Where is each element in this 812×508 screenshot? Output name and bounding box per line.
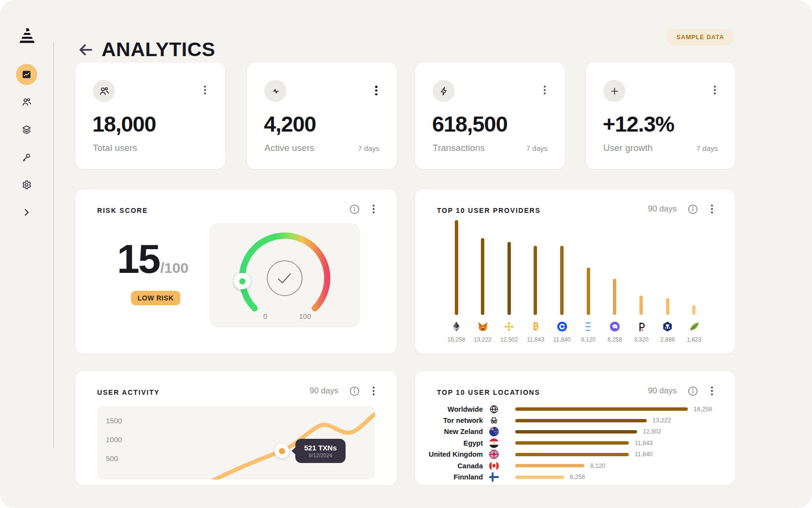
provider-column-ethereum[interactable]: 16,258 (445, 220, 467, 343)
location-row-canada: Canada8,120 (415, 460, 735, 471)
layers-icon (21, 124, 32, 135)
info-icon[interactable] (687, 386, 698, 397)
stat-card-total-users: 18,000Total users (75, 62, 226, 169)
provider-bar-track (613, 220, 616, 315)
top-providers-controls: 90 days (648, 203, 715, 215)
kebab-menu-icon[interactable] (709, 203, 715, 215)
provider-column-metamask[interactable]: 13,222 (472, 220, 494, 343)
location-value: 11,843 (635, 440, 652, 447)
sidebar-item-keys[interactable] (16, 147, 37, 168)
location-bar (515, 441, 629, 445)
location-row-finnland: Finnland6,258 (415, 471, 735, 482)
kebab-menu-icon[interactable] (709, 385, 715, 397)
provider-value: 6,258 (608, 336, 622, 343)
sidebar-item-settings[interactable] (16, 174, 37, 195)
risk-score-controls (349, 203, 377, 215)
provider-column-phantom[interactable]: 6,258 (604, 220, 626, 343)
sample-data-button[interactable]: SAMPLE DATA (667, 29, 734, 45)
provider-bar (666, 298, 669, 315)
kebab-menu-icon[interactable] (542, 84, 548, 96)
activity-line-chart[interactable]: 15001000500 521 TXNs 9/12/2024 (97, 406, 375, 479)
risk-gauge (229, 224, 340, 321)
location-label: Finnland (415, 473, 483, 481)
location-bar (515, 476, 564, 479)
sidebar (0, 0, 53, 508)
stat-card-transactions: 618,500Transactions7 days (415, 62, 566, 169)
binance-icon (503, 321, 515, 332)
location-bar (515, 419, 647, 422)
polkadot-icon (636, 321, 647, 332)
period-label: 90 days (648, 386, 677, 396)
gauge-min-label: 0 (260, 312, 271, 320)
kebab-menu-icon[interactable] (371, 385, 377, 397)
provider-column-polkadot[interactable]: 3,320 (630, 220, 652, 343)
back-arrow-icon[interactable] (77, 42, 94, 58)
providers-bar-chart: 16,25813,22212,50211,84311,8408,1206,258… (445, 220, 705, 343)
kebab-menu-icon[interactable] (371, 203, 377, 215)
analytics-dashboard: ANALYTICS SAMPLE DATA 18,000Total users4… (0, 0, 812, 508)
plus-icon (609, 86, 620, 97)
key-icon (21, 152, 32, 163)
provider-bar-track (560, 220, 564, 315)
info-icon[interactable] (349, 386, 360, 397)
egypt-flag-icon (489, 438, 499, 448)
chevron-right-icon (21, 207, 32, 218)
canada-flag-icon (489, 461, 499, 471)
provider-bar (639, 296, 643, 315)
sidebar-item-expand[interactable] (16, 202, 37, 223)
sidebar-item-users[interactable] (16, 91, 37, 113)
kebab-menu-icon[interactable] (373, 84, 379, 97)
metamask-icon (477, 321, 489, 332)
provider-column-solana[interactable]: 8,120 (577, 220, 599, 343)
stat-icon-circle (433, 80, 455, 102)
activity-icon (270, 86, 281, 97)
stat-value: 618,500 (432, 112, 508, 137)
globe-icon (489, 404, 499, 414)
stat-value: 4,200 (264, 112, 316, 137)
period-label: 90 days (309, 386, 338, 396)
provider-column-bitcoin[interactable]: 11,843 (524, 220, 547, 343)
sidebar-nav (0, 64, 53, 223)
check-icon (278, 274, 290, 283)
sidebar-item-layers[interactable] (16, 119, 37, 140)
top-providers-title: TOP 10 USER PROVIDERS (437, 207, 541, 214)
sidebar-item-analytics[interactable] (16, 64, 37, 85)
lightning-icon (438, 86, 450, 97)
provider-column-coinbase[interactable]: 11,840 (551, 220, 573, 343)
location-bar (515, 453, 629, 456)
location-row-united-kingdom: United Kingdom11,840 (415, 449, 735, 460)
low-risk-badge: LOW RISK (131, 291, 180, 305)
bitfinex-icon (688, 321, 700, 332)
location-value: 13,222 (652, 417, 671, 424)
provider-value: 8,120 (581, 336, 595, 343)
locations-bar-chart: Worldwide16,258Tor network13,222New Zela… (415, 403, 735, 483)
phantom-icon (609, 321, 621, 332)
provider-value: 2,886 (660, 336, 675, 343)
provider-column-bitfinex[interactable]: 1,623 (683, 220, 705, 343)
provider-column-crypto-com[interactable]: 2,886 (656, 220, 679, 343)
provider-column-binance[interactable]: 12,502 (498, 220, 520, 343)
stat-label: Active users (264, 143, 314, 153)
new-zealand-flag-icon (489, 427, 499, 436)
info-icon[interactable] (349, 204, 360, 215)
info-icon[interactable] (687, 204, 698, 215)
location-row-tor-network: Tor network13,222 (415, 415, 735, 426)
provider-bar-track (666, 220, 669, 315)
gauge-max-label: 100 (296, 312, 314, 320)
location-label: Egypt (415, 439, 483, 447)
provider-bar (534, 246, 537, 315)
cryptocom-icon (662, 321, 673, 332)
stat-label: User growth (603, 143, 652, 153)
location-bar (515, 407, 688, 411)
location-bar (515, 430, 637, 433)
provider-bar (455, 220, 458, 315)
kebab-menu-icon[interactable] (202, 84, 208, 96)
user-activity-title: USER ACTIVITY (97, 388, 160, 396)
provider-value: 11,843 (527, 336, 544, 343)
location-label: New Zeland (415, 428, 483, 435)
kebab-menu-icon[interactable] (712, 84, 718, 96)
finland-flag-icon (489, 472, 499, 482)
stat-value: +12.3% (603, 112, 674, 137)
gear-icon (21, 179, 32, 190)
gauge-knob (234, 273, 250, 289)
